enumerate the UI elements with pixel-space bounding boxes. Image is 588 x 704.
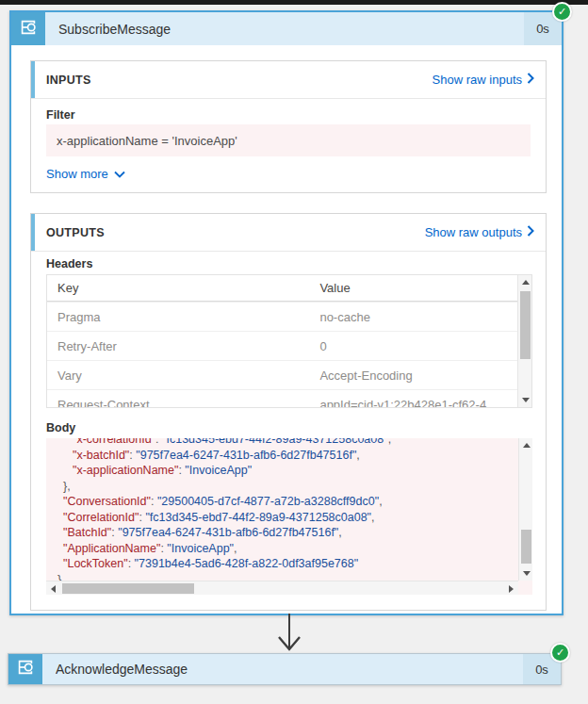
inputs-panel: INPUTS Show raw inputs Filter x-applicat… [30, 60, 547, 193]
column-header-key: Key [47, 281, 319, 295]
table-header-row: Key Value [47, 275, 517, 302]
row-value: 0 [319, 339, 517, 353]
chevron-down-icon [114, 167, 125, 181]
scroll-right-icon[interactable] [504, 581, 518, 595]
table-row: Retry-After 0 [47, 331, 517, 360]
action-card-acknowledge-message[interactable]: AcknowledgeMessage 0s [8, 653, 562, 685]
show-more-label: Show more [46, 167, 108, 181]
headers-table: Key Value Pragma no-cache Retry-After 0 … [46, 274, 532, 408]
json-line: "x-batchId": "975f7ea4-6247-431b-afb6-6d… [54, 448, 518, 464]
json-line: "ApplicationName": "InvoiceApp", [54, 541, 518, 557]
json-line: }, [54, 479, 518, 495]
chevron-right-icon [527, 73, 534, 87]
scroll-up-icon[interactable] [519, 438, 532, 452]
flow-arrow-icon [275, 614, 303, 656]
show-raw-inputs-link[interactable]: Show raw inputs [433, 73, 534, 87]
filter-value-box: x-applicationName = 'InvoiceApp' [46, 124, 531, 156]
panel-accent-bar [31, 214, 35, 251]
row-value: Accept-Encoding [319, 368, 517, 383]
filter-value: x-applicationName = 'InvoiceApp' [57, 134, 237, 148]
action-header-acknowledge[interactable]: AcknowledgeMessage 0s [8, 654, 561, 684]
scrollbar-thumb[interactable] [520, 291, 531, 359]
panel-accent-bar [31, 61, 35, 98]
scroll-down-icon[interactable] [519, 566, 532, 581]
body-vertical-scrollbar[interactable] [518, 438, 532, 581]
chevron-right-icon [527, 225, 534, 239]
body-horizontal-scrollbar[interactable] [46, 581, 518, 595]
json-line: "x-correlationId": "fc13d345-ebd7-44f2-8… [54, 438, 518, 448]
show-raw-outputs-link[interactable]: Show raw outputs [425, 225, 534, 239]
row-key: Retry-After [47, 339, 319, 353]
json-content: "x-correlationId": "fc13d345-ebd7-44f2-8… [46, 438, 518, 581]
outputs-panel: OUTPUTS Show raw outputs Headers Key Val… [30, 213, 547, 611]
show-raw-inputs-label: Show raw inputs [433, 73, 522, 87]
json-line: } [54, 572, 518, 581]
body-label: Body [46, 421, 75, 434]
row-value: appId=cid-v1:22b428e1-cf62-4 [319, 398, 517, 409]
connector-icon-tile [8, 654, 42, 684]
json-line: "ConversationId": "29500405-d7cf-4877-a7… [54, 494, 518, 510]
inputs-section-label: INPUTS [46, 74, 91, 87]
show-raw-outputs-label: Show raw outputs [425, 225, 522, 239]
action-header-subscribe[interactable]: SubscribeMessage 0s [11, 12, 562, 45]
table-row: Request-Context appId=cid-v1:22b428e1-cf… [47, 389, 517, 408]
column-header-value: Value [319, 281, 517, 295]
scroll-left-icon[interactable] [46, 581, 60, 595]
outputs-section-label: OUTPUTS [46, 226, 105, 239]
action-title: SubscribeMessage [58, 22, 524, 37]
headers-label: Headers [46, 257, 92, 270]
scroll-down-icon[interactable] [518, 393, 532, 407]
show-more-link[interactable]: Show more [46, 167, 125, 181]
action-title: AcknowledgeMessage [56, 662, 523, 677]
inputs-panel-header: INPUTS Show raw inputs [31, 61, 546, 99]
row-key: Pragma [47, 310, 319, 324]
json-line: "CorrelationId": "fc13d345-ebd7-44f2-89a… [54, 510, 518, 526]
scrollbar-thumb[interactable] [62, 583, 194, 594]
logic-app-run-view: SubscribeMessage 0s INPUTS Show raw inpu… [0, 0, 588, 704]
outputs-panel-header: OUTPUTS Show raw outputs [31, 214, 546, 252]
filter-label: Filter [46, 108, 75, 122]
success-check-icon: ✓ [552, 2, 572, 22]
table-row: Vary Accept-Encoding [47, 360, 517, 389]
table-vertical-scrollbar[interactable] [517, 275, 531, 407]
connector-icon-tile [11, 12, 45, 45]
api-connector-icon [18, 17, 39, 41]
table-row: Pragma no-cache [47, 302, 517, 331]
row-key: Vary [47, 368, 319, 383]
body-json-box: "x-correlationId": "fc13d345-ebd7-44f2-8… [46, 438, 532, 595]
window-top-edge [0, 0, 588, 5]
scroll-up-icon[interactable] [518, 275, 532, 289]
json-line: "BatchId": "975f7ea4-6247-431b-afb6-6d27… [54, 525, 518, 541]
scrollbar-thumb[interactable] [521, 530, 531, 564]
success-check-icon: ✓ [550, 643, 570, 663]
row-key: Request-Context [47, 398, 319, 409]
row-value: no-cache [319, 310, 517, 324]
json-line: "LockToken": "7391b4e4-5ad6-428f-a822-0d… [54, 556, 518, 572]
api-connector-icon [15, 657, 36, 681]
action-card-subscribe-message: SubscribeMessage 0s INPUTS Show raw inpu… [9, 10, 564, 615]
json-line: "x-applicationName": "InvoiceApp" [54, 463, 518, 479]
